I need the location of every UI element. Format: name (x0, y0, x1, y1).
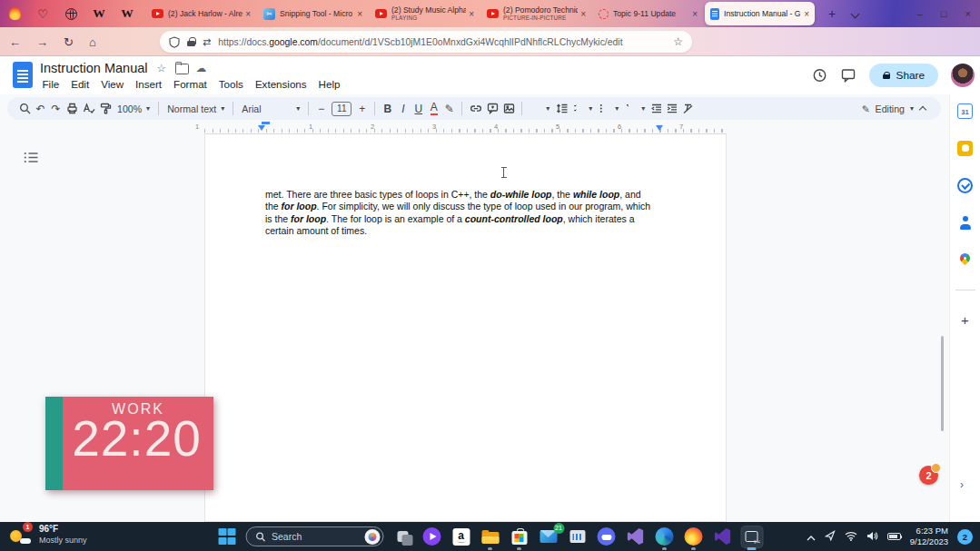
tray-clock[interactable]: 6:23 PM9/12/2023 (910, 526, 948, 548)
browser-tab[interactable]: (2) Study Music Alpha PLAYING × (370, 2, 480, 25)
url-text[interactable]: https://docs.google.com/document/d/1VScb… (218, 37, 666, 47)
menu-item[interactable]: Format (168, 77, 213, 92)
side-panel-icon-maps[interactable] (957, 252, 973, 268)
pinned-tab[interactable] (7, 6, 22, 21)
home-icon[interactable]: ⌂ (89, 35, 96, 49)
menu-item[interactable]: File (36, 77, 65, 92)
zoom-select[interactable]: 100%▾ (114, 103, 153, 114)
taskbar-search[interactable]: Search (245, 526, 383, 546)
editing-mode-select[interactable]: ✎ Editing ▾ (862, 103, 914, 114)
taskbar-app-firefox[interactable] (683, 526, 704, 547)
browser-tab[interactable]: Snipping Tool - Micro × (258, 2, 368, 25)
font-select[interactable]: Arial▾ (238, 103, 303, 114)
styles-select[interactable]: Normal text▾ (163, 103, 228, 114)
taskbar-app-snipping-tool[interactable] (741, 526, 762, 547)
taskbar-app-task-manager[interactable] (567, 526, 588, 547)
menu-item[interactable]: Extensions (249, 77, 312, 92)
pinned-tab[interactable] (64, 6, 78, 21)
search-menus-icon[interactable] (16, 101, 33, 116)
font-size-input[interactable]: 11 (332, 102, 351, 116)
taskbar-app-microsoft-store[interactable] (509, 526, 530, 547)
highlight-color-icon[interactable]: ✎ (441, 101, 457, 116)
taskbar-app-file-explorer[interactable] (480, 526, 500, 547)
underline-button[interactable]: U (411, 101, 426, 116)
lock-icon[interactable] (187, 37, 195, 46)
taskbar-app-amazon[interactable] (450, 526, 471, 547)
volume-icon[interactable] (866, 528, 878, 545)
window-control-button[interactable]: × (965, 8, 971, 19)
side-panel-icon-calendar[interactable]: 31 (957, 103, 973, 119)
side-panel-icon-tasks[interactable] (957, 178, 973, 193)
bulleted-list-select[interactable]: ▾ (596, 103, 622, 113)
tracking-protection-icon[interactable]: ⇄ (203, 36, 211, 48)
align-select[interactable]: ▾ (527, 103, 553, 113)
tab-close-icon[interactable]: × (357, 9, 362, 19)
pinned-tab[interactable]: ♡ (35, 6, 50, 21)
numbered-list-select[interactable]: ▾ (622, 103, 648, 113)
paint-format-icon[interactable] (97, 101, 114, 116)
print-icon[interactable] (64, 101, 80, 116)
forward-icon[interactable]: → (36, 35, 48, 49)
bookmark-star-icon[interactable]: ☆ (673, 35, 683, 48)
battery-icon[interactable] (887, 533, 901, 540)
spellcheck-icon[interactable] (80, 101, 97, 116)
taskbar-app-edge[interactable] (654, 526, 675, 547)
decrease-indent-icon[interactable] (648, 101, 664, 116)
tab-close-icon[interactable]: × (469, 9, 474, 19)
bold-button[interactable]: B (380, 101, 395, 116)
start-button[interactable] (218, 527, 236, 546)
tab-close-icon[interactable]: × (245, 9, 251, 19)
side-panel-icon-keep[interactable] (957, 141, 973, 156)
add-comment-icon[interactable] (484, 101, 500, 116)
decrease-font-size-button[interactable]: − (313, 101, 329, 116)
browser-tab[interactable]: Topic 9-11 Update × (593, 2, 703, 25)
taskbar-app-discord[interactable] (596, 526, 617, 547)
menu-item[interactable]: View (95, 77, 130, 92)
window-control-button[interactable]: □ (941, 8, 947, 19)
tab-close-icon[interactable]: × (804, 9, 809, 19)
left-indent-marker[interactable] (258, 125, 265, 131)
hide-side-panel-icon[interactable]: › (960, 478, 964, 491)
taskbar-app-mail[interactable]: 21 (538, 526, 559, 547)
move-folder-icon[interactable] (175, 64, 187, 73)
side-panel-icon-get-addons[interactable]: + (957, 312, 973, 328)
right-indent-marker[interactable] (656, 125, 663, 131)
location-icon[interactable] (825, 528, 836, 545)
taskbar-app-task-view[interactable] (392, 526, 413, 547)
tab-list-chevron-icon[interactable] (852, 10, 859, 17)
share-button[interactable]: Share (869, 64, 938, 87)
tab-close-icon[interactable]: × (692, 9, 698, 19)
taskbar-app-visual-studio[interactable] (625, 526, 646, 547)
italic-button[interactable]: I (395, 101, 411, 116)
increase-indent-icon[interactable] (664, 101, 679, 116)
taskbar-app-clipchamp[interactable] (421, 526, 442, 547)
shield-icon[interactable] (169, 36, 180, 48)
docs-logo-icon[interactable] (13, 62, 33, 88)
notification-count-badge[interactable]: 2 (957, 529, 973, 545)
paragraph[interactable]: met. There are three basic types of loop… (265, 189, 654, 238)
browser-tab[interactable]: Instruction Manual - G × (705, 2, 815, 25)
indent-marker-bar[interactable] (262, 122, 270, 124)
browser-tab[interactable]: (2) Pomodoro Techniq PICTURE-IN-PICTURE … (481, 2, 591, 25)
vertical-scrollbar[interactable] (941, 336, 944, 431)
menu-item[interactable]: Insert (130, 77, 168, 92)
taskbar-app-visual-studio-2022[interactable] (712, 526, 733, 547)
pomodoro-timer-overlay[interactable]: WORK 22:20 (45, 397, 213, 490)
version-history-icon[interactable] (811, 67, 827, 84)
text-color-button[interactable]: A (426, 101, 441, 116)
window-control-button[interactable]: – (917, 8, 923, 19)
insert-image-icon[interactable] (500, 101, 517, 116)
document-outline-icon[interactable] (24, 151, 38, 167)
clear-formatting-icon[interactable] (679, 101, 696, 116)
redo-icon[interactable]: ↷ (48, 101, 64, 116)
pinned-tab[interactable]: W (120, 6, 134, 21)
tray-chevron-icon[interactable] (807, 528, 816, 545)
wifi-icon[interactable] (845, 528, 857, 545)
insert-link-icon[interactable] (467, 101, 484, 116)
menu-item[interactable]: Tools (213, 77, 249, 92)
back-icon[interactable]: ← (9, 35, 21, 49)
collapse-toolbar-icon[interactable] (919, 105, 926, 113)
document-title[interactable]: Instruction Manual (40, 61, 147, 75)
assistant-notification-badge[interactable]: 2 (919, 466, 938, 485)
pinned-tab[interactable]: W (92, 6, 106, 21)
